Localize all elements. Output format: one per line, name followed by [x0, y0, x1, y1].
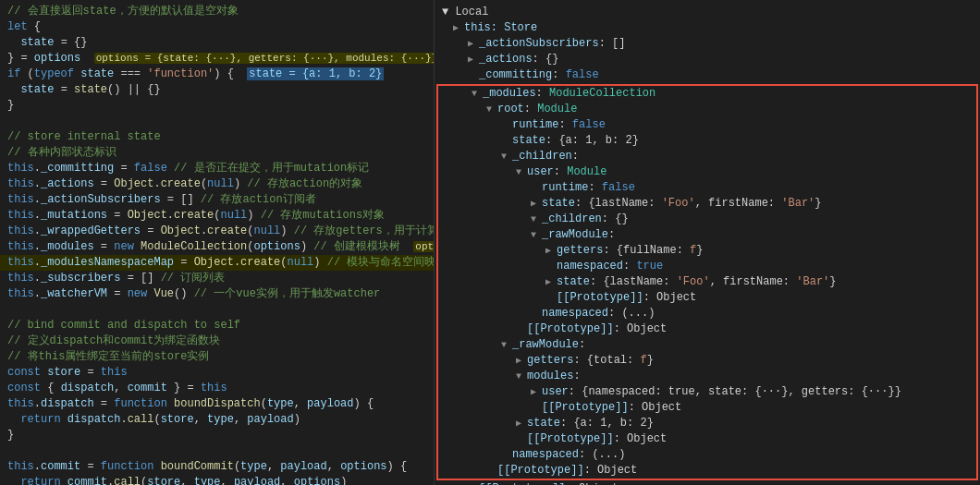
- tree-node-state[interactable]: state : {a: 1, b: 2}: [438, 133, 976, 149]
- code-line: let {: [0, 19, 434, 35]
- tree-arrow[interactable]: [501, 337, 512, 353]
- code-line: [0, 114, 434, 129]
- tree-colon: : {lastName:: [575, 196, 662, 212]
- tree-key: _children: [542, 212, 602, 227]
- tree-node-user-state2[interactable]: state : {lastName: 'Foo' , firstName: 'B…: [438, 274, 976, 290]
- tree-node-getters[interactable]: getters : {total: f}: [438, 353, 976, 369]
- tree-arrow[interactable]: [516, 164, 527, 180]
- code-line: this._actionSubscribers = [] // 存放action…: [0, 192, 434, 208]
- tree-arrow: [531, 180, 542, 196]
- tree-key: state: [512, 133, 545, 149]
- tree-colon: : Object: [614, 431, 668, 447]
- tree-arrow[interactable]: [545, 274, 557, 290]
- tree-node-committing[interactable]: _committing : false: [435, 67, 980, 83]
- code-line-highlighted: this._modulesNamespaceMap = Object.creat…: [0, 255, 434, 271]
- code-line: return commit.call(store, type, payload,…: [0, 475, 434, 485]
- tree-key: this: Store: [464, 20, 537, 36]
- debugger-panel[interactable]: ▼ Local this: Store _actionSubscribers :…: [435, 0, 980, 485]
- tree-value: false: [572, 117, 606, 133]
- tree-key: _rawModule: [512, 337, 579, 353]
- tree-arrow[interactable]: [468, 36, 479, 52]
- tree-arrow[interactable]: [472, 86, 483, 102]
- tree-arrow[interactable]: [531, 196, 542, 212]
- code-line: const store = this: [0, 365, 434, 381]
- code-editor[interactable]: // 会直接返回state，方便的默认值是空对象 let { state = {…: [0, 0, 435, 485]
- tree-value: 'Foo': [662, 196, 695, 212]
- tree-node-rawmodule[interactable]: _rawModule :: [438, 337, 976, 353]
- code-line: return dispatch.call(store, type, payloa…: [0, 412, 434, 428]
- tree-arrow-store[interactable]: [453, 20, 464, 36]
- code-line: this.dispatch = function boundDispatch(t…: [0, 396, 434, 412]
- tree-node-store[interactable]: this: Store: [435, 20, 980, 36]
- code-line: }: [0, 428, 434, 443]
- tree-node-actionsubscribers[interactable]: _actionSubscribers : []: [435, 36, 980, 52]
- tree-node-user-proto2[interactable]: [[Prototype]] : Object: [438, 321, 976, 337]
- tree-arrow[interactable]: [501, 149, 512, 164]
- code-line: state = {}: [0, 35, 434, 51]
- tree-colon: : {a: 1, b: 2}: [560, 416, 654, 431]
- tree-node-root[interactable]: root : Module: [438, 102, 976, 117]
- tree-node-state2[interactable]: state : {a: 1, b: 2}: [438, 416, 976, 431]
- tree-key: state: [527, 416, 560, 431]
- code-line: state = state() || {}: [0, 82, 434, 98]
- code-line: // 将this属性绑定至当前的store实例: [0, 349, 434, 365]
- tree-node-modules-prop[interactable]: modules :: [438, 369, 976, 384]
- tree-arrow[interactable]: [531, 384, 542, 400]
- tree-node-modules-user[interactable]: user : {namespaced: true, state: {···}, …: [438, 384, 976, 400]
- tree-key: modules: [527, 369, 573, 384]
- tree-arrow[interactable]: [531, 212, 542, 227]
- tree-arrow: [516, 431, 527, 447]
- tree-node-children[interactable]: _children :: [438, 149, 976, 164]
- tree-key: runtime: [512, 117, 558, 133]
- tree-colon: : Object: [566, 481, 619, 485]
- code-line: this.commit = function boundCommit(type,…: [0, 459, 434, 475]
- tree-node-user[interactable]: user : Module: [438, 164, 976, 180]
- tree-arrow[interactable]: [531, 227, 542, 243]
- tree-key: root: [497, 102, 524, 117]
- tree-node-runtime[interactable]: runtime : false: [438, 117, 976, 133]
- tree-node-rawmodule-proto[interactable]: [[Prototype]] : Object: [438, 431, 976, 447]
- tree-key: namespaced: [557, 259, 623, 274]
- tree-arrow[interactable]: [516, 416, 527, 431]
- tree-node-user-children[interactable]: _children : {}: [438, 212, 976, 227]
- tree-arrow: [486, 463, 497, 479]
- tree-node-proto3[interactable]: [[Prototype]] : Object: [435, 481, 980, 485]
- tree-colon: :: [608, 227, 615, 243]
- tree-node-user-runtime[interactable]: runtime : false: [438, 180, 976, 196]
- tree-colon: :: [552, 67, 565, 83]
- tree-value: 'Foo': [677, 274, 710, 290]
- tree-node-user-proto[interactable]: [[Prototype]] : Object: [438, 290, 976, 306]
- tree-colon: : Object: [643, 290, 697, 306]
- tree-colon: }: [815, 196, 821, 212]
- tree-colon: :: [558, 117, 571, 133]
- code-line: } = options options = {state: {···}, get…: [0, 51, 434, 67]
- tree-value: 'Bar': [796, 274, 829, 290]
- tree-arrow: [531, 306, 542, 321]
- tree-value: true: [636, 259, 663, 274]
- tree-node-actions[interactable]: _actions : {}: [435, 52, 980, 67]
- tree-arrow[interactable]: [486, 102, 497, 117]
- tree-arrow[interactable]: [468, 52, 479, 67]
- tree-arrow[interactable]: [516, 353, 527, 369]
- tree-node-user-namespaced2[interactable]: namespaced : (...): [438, 306, 976, 321]
- tree-colon: :: [536, 86, 549, 102]
- tree-arrow[interactable]: [516, 369, 527, 384]
- tree-key: _modules: [483, 86, 536, 102]
- tree-arrow: [501, 117, 512, 133]
- tree-node-root-proto[interactable]: [[Prototype]] : Object: [438, 463, 976, 479]
- tree-node-modules[interactable]: _modules : ModuleCollection: [438, 86, 976, 102]
- tree-node-user-namespaced[interactable]: namespaced : true: [438, 259, 976, 274]
- tree-arrow[interactable]: [545, 243, 557, 259]
- tree-arrow: [545, 290, 557, 306]
- code-line: // 会直接返回state，方便的默认值是空对象: [0, 4, 434, 19]
- tree-node-user-getters[interactable]: getters : {fullName: f}: [438, 243, 976, 259]
- code-line: [0, 302, 434, 318]
- tree-key: _children: [512, 149, 572, 164]
- code-line: // bind commit and dispatch to self: [0, 318, 434, 333]
- tree-node-namespaced[interactable]: namespaced : (...): [438, 447, 976, 463]
- code-line: [0, 443, 434, 459]
- tree-node-user-state[interactable]: state : {lastName: 'Foo' , firstName: 'B…: [438, 196, 976, 212]
- tree-arrow: [501, 447, 512, 463]
- tree-node-user-rawmodule[interactable]: _rawModule :: [438, 227, 976, 243]
- tree-node-modules-proto[interactable]: [[Prototype]] : Object: [438, 400, 976, 416]
